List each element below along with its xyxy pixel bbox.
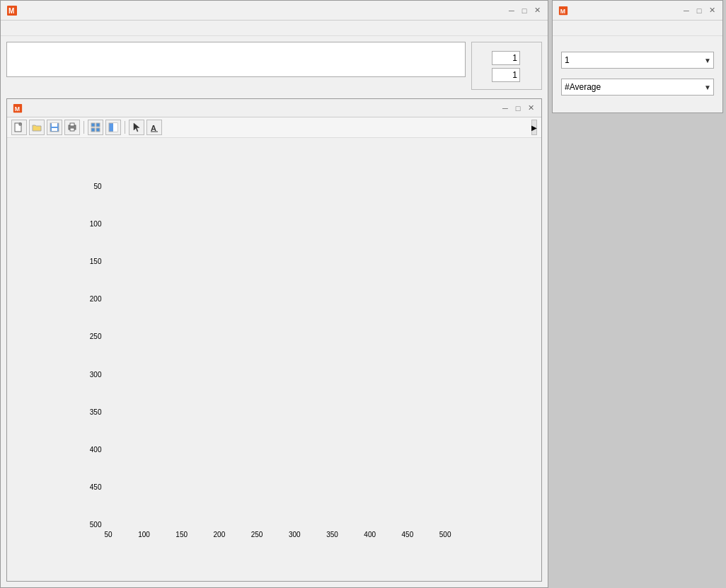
image-close-button[interactable]: ✕ xyxy=(526,103,536,113)
toolbar-btn6[interactable] xyxy=(105,120,121,135)
close-button[interactable]: ✕ xyxy=(532,6,542,16)
contrast-icon xyxy=(108,122,118,132)
minimize-button[interactable]: ─ xyxy=(507,6,517,16)
svg-rect-14 xyxy=(96,128,100,132)
svg-text:M: M xyxy=(560,7,565,14)
events-menu-options[interactable] xyxy=(558,27,564,30)
repetition-dropdown-wrapper: #Average ▼ xyxy=(561,79,714,96)
x-tick-150: 150 xyxy=(175,531,188,538)
y-tick-50: 50 xyxy=(79,183,102,190)
grid-icon xyxy=(91,122,100,132)
main-image-canvas[interactable] xyxy=(105,183,451,529)
y-tick-300: 300 xyxy=(79,371,102,379)
condition-dropdown-wrapper: 1 ▼ xyxy=(561,52,714,69)
x-tick-200: 200 xyxy=(214,531,226,538)
svg-rect-7 xyxy=(52,128,57,131)
save-icon xyxy=(50,122,59,132)
y-tick-450: 450 xyxy=(79,483,102,491)
x-tick-350: 350 xyxy=(326,531,338,538)
y-tick-150: 150 xyxy=(79,258,102,265)
x-coord-row xyxy=(479,51,534,65)
toolbar-print-button[interactable] xyxy=(64,120,80,135)
y-tick-200: 200 xyxy=(79,295,102,303)
y-tick-labels: 50 100 150 200 250 300 350 400 450 500 xyxy=(79,183,105,529)
chart-left: 50 100 150 200 250 300 350 400 450 500 xyxy=(79,183,468,540)
y-tick-250: 250 xyxy=(79,333,102,340)
svg-rect-10 xyxy=(70,128,74,131)
svg-rect-6 xyxy=(52,123,57,127)
toolbar-sep-1 xyxy=(83,121,84,134)
x-input[interactable] xyxy=(492,51,520,65)
maximize-button[interactable]: □ xyxy=(519,6,529,16)
x-tick-250: 250 xyxy=(251,531,263,538)
menu-utilities[interactable] xyxy=(29,27,35,30)
toolbar-cursor-button[interactable] xyxy=(129,120,144,135)
menu-help[interactable] xyxy=(52,27,57,30)
colorbar-canvas xyxy=(451,183,466,529)
x-tick-50: 50 xyxy=(105,531,113,538)
image-minimize-button[interactable]: ─ xyxy=(500,103,510,113)
image-titlebar-controls: ─ □ ✕ xyxy=(500,103,536,113)
colorbar-container xyxy=(451,183,468,529)
toolbar-btn5[interactable] xyxy=(88,120,103,135)
chart-container: 50 100 150 200 250 300 350 400 450 500 xyxy=(7,138,541,581)
condition-dropdown[interactable]: 1 xyxy=(561,52,714,69)
file-info-box xyxy=(6,42,466,77)
main-menubar xyxy=(1,21,548,36)
y-tick-350: 350 xyxy=(79,408,102,416)
y-tick-400: 400 xyxy=(79,446,102,454)
events-menubar xyxy=(553,21,722,36)
titlebar-controls: ─ □ ✕ xyxy=(507,6,542,16)
x-tick-500: 500 xyxy=(439,531,451,538)
events-titlebar-controls: ─ □ ✕ xyxy=(681,6,717,16)
new-file-icon xyxy=(14,122,24,132)
image-window: M ─ □ ✕ xyxy=(6,98,542,582)
image-titlebar-left: M xyxy=(13,103,27,113)
y-input[interactable] xyxy=(492,68,520,82)
chart-body: 50 100 150 200 250 300 350 400 450 500 xyxy=(79,183,468,529)
menu-addons[interactable] xyxy=(40,27,46,30)
toolbar-sep-2 xyxy=(125,121,125,134)
events-titlebar: M ─ □ ✕ xyxy=(553,1,722,21)
open-icon xyxy=(32,122,42,132)
toolbar-expand-arrow[interactable]: ▶ xyxy=(531,120,537,135)
x-tick-450: 450 xyxy=(402,531,414,538)
x-tick-400: 400 xyxy=(364,531,376,538)
repetition-dropdown[interactable]: #Average xyxy=(561,79,714,96)
image-toolbar: A ▶ xyxy=(7,117,541,138)
image-titlebar: M ─ □ ✕ xyxy=(7,99,541,117)
menu-file[interactable] xyxy=(6,27,12,30)
svg-rect-13 xyxy=(91,128,95,132)
events-maximize-button[interactable]: □ xyxy=(694,6,704,16)
y-tick-500: 500 xyxy=(79,521,102,529)
toolbar-new-button[interactable] xyxy=(11,120,27,135)
svg-text:A: A xyxy=(151,124,156,132)
svg-rect-12 xyxy=(96,123,100,127)
chart-wrapper: 50 100 150 200 250 300 350 400 450 500 xyxy=(74,180,468,540)
menu-settings[interactable] xyxy=(18,27,23,30)
events-close-button[interactable]: ✕ xyxy=(707,6,717,16)
x-tick-labels: 50 100 150 200 250 300 350 400 450 500 xyxy=(105,531,451,538)
svg-rect-9 xyxy=(70,123,74,126)
y-tick-100: 100 xyxy=(79,220,102,228)
toolbar-save-button[interactable] xyxy=(47,120,62,135)
text-icon: A xyxy=(149,122,159,132)
toolbar-text-button[interactable]: A xyxy=(146,120,162,135)
info-panel xyxy=(6,42,542,90)
svg-text:M: M xyxy=(8,7,14,15)
titlebar-left: M xyxy=(6,5,22,16)
coordinates-panel xyxy=(471,42,542,90)
events-minimize-button[interactable]: ─ xyxy=(681,6,691,16)
x-tick-300: 300 xyxy=(289,531,301,538)
toolbar-open-button[interactable] xyxy=(29,120,45,135)
main-window: M ─ □ ✕ xyxy=(0,0,548,588)
events-window-icon: M xyxy=(558,6,568,16)
matlab-icon: M xyxy=(6,5,18,16)
svg-rect-11 xyxy=(91,123,95,127)
y-coord-row xyxy=(479,68,534,82)
image-maximize-button[interactable]: □ xyxy=(513,103,523,113)
x-tick-100: 100 xyxy=(138,531,150,538)
svg-text:M: M xyxy=(15,105,20,112)
image-window-icon: M xyxy=(13,103,23,113)
cursor-icon xyxy=(132,122,142,132)
